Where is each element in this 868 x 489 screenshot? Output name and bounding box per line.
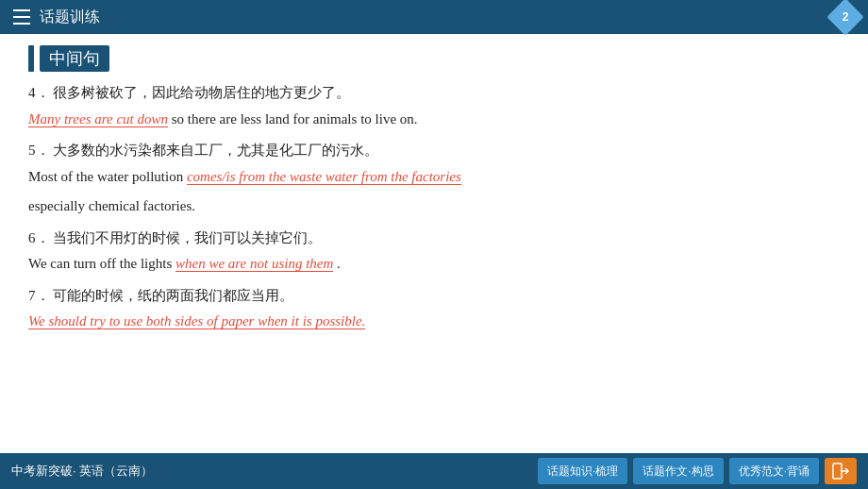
footer-title: 中考新突破· 英语（云南） — [11, 463, 153, 480]
item-6-cn: 6． 当我们不用灯的时候，我们可以关掉它们。 — [28, 227, 840, 251]
item-7: 7． 可能的时候，纸的两面我们都应当用。 We should try to us… — [28, 284, 840, 334]
header: 话题训练 2 — [0, 0, 868, 34]
section-label: 中间句 — [40, 45, 109, 72]
exit-button[interactable] — [825, 458, 857, 484]
item-6-num: 6． — [28, 230, 50, 245]
item-7-cn: 7． 可能的时候，纸的两面我们都应当用。 — [28, 284, 840, 309]
footer: 中考新突破· 英语（云南） 话题知识·梳理 话题作文·构思 优秀范文·背诵 — [0, 453, 868, 489]
item-4-num: 4． — [28, 85, 50, 100]
item-6: 6． 当我们不用灯的时候，我们可以关掉它们。 We can turn off t… — [28, 227, 840, 277]
item-4-en: Many trees are cut down so there are les… — [28, 108, 840, 132]
item-6-prefix: We can turn off the lights — [28, 256, 172, 271]
footer-btn-1[interactable]: 话题知识·梳理 — [538, 458, 627, 484]
item-5-en: Most of the water pollution comes/is fro… — [28, 165, 840, 190]
item-7-en: We should try to use both sides of paper… — [28, 310, 840, 334]
item-5-cn: 5． 大多数的水污染都来自工厂，尤其是化工厂的污水。 — [28, 139, 840, 163]
item-6-suffix: . — [337, 256, 341, 271]
item-4-blank: Many trees are cut down — [28, 111, 168, 127]
footer-buttons: 话题知识·梳理 话题作文·构思 优秀范文·背诵 — [538, 458, 857, 484]
footer-btn-2[interactable]: 话题作文·构思 — [633, 458, 723, 484]
item-6-blank: when we are not using them — [175, 256, 333, 272]
item-5-prefix: Most of the water pollution — [28, 169, 183, 184]
exit-icon — [831, 462, 850, 481]
item-7-num: 7． — [28, 288, 50, 303]
item-4-cn: 4． 很多树被砍了，因此给动物居住的地方更少了。 — [28, 81, 840, 106]
section-bar — [28, 45, 34, 72]
item-5-num: 5． — [28, 143, 50, 158]
item-5: 5． 大多数的水污染都来自工厂，尤其是化工厂的污水。 Most of the w… — [28, 139, 840, 219]
item-5-blank: comes/is from the waste water from the f… — [187, 169, 461, 185]
header-badge: 2 — [832, 4, 859, 30]
footer-btn-3[interactable]: 优秀范文·背诵 — [729, 458, 819, 484]
menu-icon — [11, 7, 32, 27]
item-6-en: We can turn off the lights when we are n… — [28, 252, 840, 277]
item-4: 4． 很多树被砍了，因此给动物居住的地方更少了。 Many trees are … — [28, 81, 840, 131]
item-5-en-cont: especially chemical factories. — [28, 194, 840, 219]
item-4-suffix: so there are less land for animals to li… — [172, 111, 418, 126]
svg-rect-0 — [833, 464, 842, 479]
main-content: 4． 很多树被砍了，因此给动物居住的地方更少了。 Many trees are … — [0, 81, 868, 334]
item-7-blank: We should try to use both sides of paper… — [28, 313, 365, 329]
section-tag: 中间句 — [28, 45, 109, 72]
header-title: 话题训练 — [40, 8, 100, 27]
